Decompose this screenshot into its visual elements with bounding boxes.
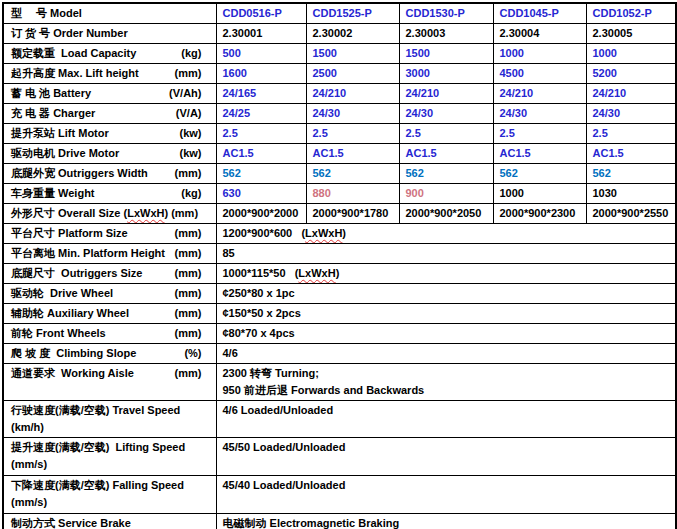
front-wheels-value: ¢80*70 x 4pcs [216,324,676,344]
text-part: ) [336,267,340,279]
label-text-outriggers-size: 底腿尺寸 Outriggers Size [11,265,175,282]
outriggers-width-value-5: 562 [586,164,676,184]
row-front-wheels: 前轮 Front Wheels(mm)¢80*70 x 4pcs [3,324,676,344]
unit-load-capacity: (kg) [181,45,201,62]
battery-value-5: 24/210 [586,84,676,104]
row-working-aisle: 通道要求 Working Aisle(mm)2300 转弯 Turning;95… [3,364,676,401]
label-drive-wheel: 驱动轮 Drive Wheel(mm) [3,284,216,304]
service-brake-value-line-1: 电磁制动 Electromagnetic Braking [223,515,674,529]
label-drive-motor: 驱动电机 Drive Motor(kw) [3,144,216,164]
text-part: 提升泵站 Lift Motor [11,127,109,139]
drive-motor-value-5: AC1.5 [586,144,676,164]
label-max-lift-height: 起升高度 Max. Lift height(mm) [3,64,216,84]
outriggers-size-value: 1000*115*50 (LxWxH) [216,264,676,284]
row-max-lift-height: 起升高度 Max. Lift height(mm)160025003000450… [3,64,676,84]
text-part: 底腿外宽 Outriggers Width [11,167,148,179]
load-capacity-value-4: 1000 [493,44,586,64]
unit-working-aisle: (mm) [175,365,202,382]
text-part: 2300 转弯 Turning; [223,367,319,379]
platform-size-value: 1200*900*600 (LxWxH) [216,224,676,244]
lift-motor-value-1: 2.5 [216,124,306,144]
text-part: 45/50 Loaded/Unloaded [223,441,346,453]
label-text-service-brake: 制动方式 Service Brake [11,515,214,529]
row-drive-wheel: 驱动轮 Drive Wheel(mm)¢250*80 x 1pc [3,284,676,304]
label-text-auxiliary-wheel: 辅助轮 Auxiliary Wheel [11,305,175,322]
text-part: 额定载重 Load Capacity [11,47,136,59]
load-capacity-value-3: 1500 [399,44,493,64]
max-lift-height-value-2: 2500 [306,64,399,84]
unit-drive-motor: (kw) [180,145,202,162]
drive-motor-value-2: AC1.5 [306,144,399,164]
row-travel-speed: 行驶速度(满载/空载) Travel Speed (km/h)4/6 Loade… [3,401,676,438]
text-part: 通道要求 Working Aisle [11,367,134,379]
unit-front-wheels: (mm) [175,325,202,342]
text-part: 电磁制动 Electromagnetic Braking [223,517,400,529]
label-falling-speed: 下降速度(满载/空载) Falling Speed (mm/s) [3,476,216,514]
order-number-value-1: 2.30001 [216,24,306,44]
charger-value-1: 24/25 [216,104,306,124]
text-part: 充 电 器 Charger [11,107,95,119]
drive-motor-value-1: AC1.5 [216,144,306,164]
outriggers-width-value-1: 562 [216,164,306,184]
label-text-overall-size: 外形尺寸 Overall Size (LxWxH) (mm) [11,205,214,222]
text-part: 45/40 Loaded/Unloaded [223,479,346,491]
label-text-load-capacity: 额定载重 Load Capacity [11,45,181,62]
max-lift-height-value-1: 1600 [216,64,306,84]
lifting-speed-value: 45/50 Loaded/Unloaded [216,438,676,476]
row-min-platform-height: 平台离地 Min. Platform Height(mm)85 [3,244,676,264]
spec-table-body: 型 号 ModelCDD0516-PCDD1525-PCDD1530-PCDD1… [3,3,676,529]
row-lifting-speed: 提升速度(满载/空载) Lifting Speed (mm/s)45/50 Lo… [3,438,676,476]
order-number-value-5: 2.30005 [586,24,676,44]
unit-max-lift-height: (mm) [175,65,202,82]
spellcheck-squiggle-text: LxWxH [127,207,164,219]
row-order-number: 订 货 号 Order Number2.300012.300022.300032… [3,24,676,44]
unit-auxiliary-wheel: (mm) [175,305,202,322]
charger-value-5: 24/30 [586,104,676,124]
working-aisle-value-line-2: 950 前进后退 Forwards and Backwards [223,382,674,399]
service-brake-value: 电磁制动 Electromagnetic Braking [216,514,676,529]
climbing-slope-value-line-1: 4/6 [223,345,674,362]
outriggers-width-value-3: 562 [399,164,493,184]
weight-value-4: 1000 [493,184,586,204]
label-min-platform-height: 平台离地 Min. Platform Height(mm) [3,244,216,264]
auxiliary-wheel-value-line-1: ¢150*50 x 2pcs [223,305,674,322]
weight-value-1: 630 [216,184,306,204]
falling-speed-value-line-1: 45/40 Loaded/Unloaded [223,477,674,494]
text-part: ¢150*50 x 2pcs [223,307,301,319]
min-platform-height-value-line-1: 85 [223,245,674,262]
load-capacity-value-2: 1500 [306,44,399,64]
label-text-lift-motor: 提升泵站 Lift Motor [11,125,180,142]
text-part: ¢80*70 x 4pcs [223,327,295,339]
row-service-brake: 制动方式 Service Brake电磁制动 Electromagnetic B… [3,514,676,529]
row-overall-size: 外形尺寸 Overall Size (LxWxH) (mm)2000*900*2… [3,204,676,224]
row-model: 型 号 ModelCDD0516-PCDD1525-PCDD1530-PCDD1… [3,3,676,24]
label-text-front-wheels: 前轮 Front Wheels [11,325,175,342]
unit-outriggers-width: (mm) [175,165,202,182]
unit-min-platform-height: (mm) [175,245,202,262]
model-value-4: CDD1045-P [493,3,586,24]
row-weight: 车身重量 Weight(kg)63088090010001030 [3,184,676,204]
battery-value-4: 24/210 [493,84,586,104]
label-text-drive-motor: 驱动电机 Drive Motor [11,145,180,162]
max-lift-height-value-4: 4500 [493,64,586,84]
row-climbing-slope: 爬 坡 度 Climbing Slope(%)4/6 [3,344,676,364]
order-number-value-4: 2.30004 [493,24,586,44]
label-text-battery: 蓄 电 池 Battery [11,85,169,102]
label-text-weight: 车身重量 Weight [11,185,181,202]
unit-climbing-slope: (%) [184,345,201,362]
overall-size-value-1: 2000*900*2000 [216,204,306,224]
weight-value-2: 880 [306,184,399,204]
text-part: 起升高度 Max. Lift height [11,67,139,79]
label-text-lifting-speed: 提升速度(满载/空载) Lifting Speed (mm/s) [11,439,214,473]
front-wheels-value-line-1: ¢80*70 x 4pcs [223,325,674,342]
text-part: ) [342,227,346,239]
lift-motor-value-4: 2.5 [493,124,586,144]
label-text-model: 型 号 Model [11,5,214,22]
falling-speed-value: 45/40 Loaded/Unloaded [216,476,676,514]
label-text-drive-wheel: 驱动轮 Drive Wheel [11,285,175,302]
battery-value-1: 24/165 [216,84,306,104]
battery-value-2: 24/210 [306,84,399,104]
unit-platform-size: (mm) [175,225,202,242]
label-travel-speed: 行驶速度(满载/空载) Travel Speed (km/h) [3,401,216,438]
text-part: 底腿尺寸 Outriggers Size [11,267,142,279]
